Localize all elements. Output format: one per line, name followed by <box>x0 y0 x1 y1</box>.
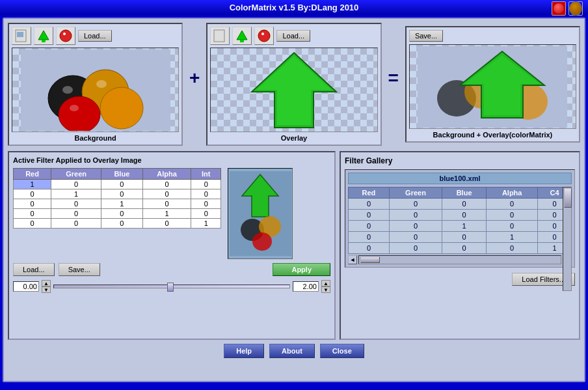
result-save-button[interactable]: Save... <box>409 30 443 42</box>
filter-cell[interactable]: 0 <box>191 180 221 189</box>
filter-load-button[interactable]: Load... <box>13 263 55 276</box>
spin-down-button-2[interactable]: ▼ <box>321 286 330 293</box>
close-button[interactable]: Close <box>320 344 364 358</box>
gallery-cell[interactable]: 0 <box>442 210 487 221</box>
hscroll-track[interactable] <box>358 255 561 264</box>
filter-apply-button[interactable]: Apply <box>273 263 330 276</box>
background-up-icon[interactable] <box>34 27 53 45</box>
gallery-cell[interactable]: 0 <box>487 199 538 210</box>
filter-matrix-table: Red Green Blue Alpha Int 100000100000100… <box>13 168 221 229</box>
filter-cell[interactable]: 0 <box>51 219 101 229</box>
filter-cell[interactable]: 1 <box>14 180 51 189</box>
filter-cell[interactable]: 0 <box>14 209 51 219</box>
minimize-icon <box>553 3 565 14</box>
gallery-cell[interactable]: 0 <box>349 232 390 243</box>
filter-save-button[interactable]: Save... <box>59 263 100 276</box>
background-delete-icon[interactable] <box>56 27 75 45</box>
gallery-panel: Filter Gallery blue100.xml Red Green Blu… <box>340 151 580 340</box>
gallery-cell[interactable]: 0 <box>389 199 442 210</box>
filter-cell[interactable]: 0 <box>14 189 51 199</box>
equals-operator: = <box>384 68 403 89</box>
file-icon-2 <box>213 29 227 42</box>
filter-cell[interactable]: 0 <box>14 199 51 209</box>
overlay-load-button[interactable]: Load... <box>276 30 310 42</box>
filter-cell[interactable]: 0 <box>101 180 142 189</box>
gallery-cell[interactable]: 0 <box>487 221 538 232</box>
overlay-delete-icon[interactable] <box>254 27 274 45</box>
overlay-up-icon[interactable] <box>232 27 252 45</box>
filter-cell[interactable]: 0 <box>142 219 191 229</box>
filter-cell[interactable]: 1 <box>101 199 142 209</box>
minimize-button[interactable] <box>552 1 566 16</box>
gallery-cell[interactable]: 0 <box>389 243 442 254</box>
hscroll-left-button[interactable]: ◄ <box>348 255 357 264</box>
gallery-cell[interactable]: 0 <box>349 243 390 254</box>
spin-up-button[interactable]: ▲ <box>42 280 51 286</box>
filter-cell[interactable]: 0 <box>101 209 142 219</box>
slider-max-input[interactable] <box>293 281 319 292</box>
filter-preview-area <box>228 168 293 259</box>
filter-cell[interactable]: 0 <box>191 209 221 219</box>
filter-cell[interactable]: 0 <box>142 180 191 189</box>
slider-track[interactable] <box>53 285 290 288</box>
spin-up-button-2[interactable]: ▲ <box>321 280 330 286</box>
help-button[interactable]: Help <box>224 344 264 358</box>
filter-cell[interactable]: 0 <box>191 199 221 209</box>
gallery-cell[interactable]: 0 <box>389 232 442 243</box>
gallery-cell[interactable]: 0 <box>349 221 390 232</box>
maximize-button[interactable] <box>568 1 583 16</box>
gallery-cell[interactable]: 0 <box>349 210 390 221</box>
slider-min-input[interactable] <box>13 281 39 292</box>
bottom-bar: Help About Close <box>8 344 580 358</box>
filter-buttons: Load... Save... Apply <box>13 263 330 276</box>
filter-cell[interactable]: 0 <box>51 199 101 209</box>
spin-down-button[interactable]: ▼ <box>42 286 51 293</box>
gallery-cell[interactable]: 1 <box>442 221 487 232</box>
col-blue: Blue <box>101 169 142 180</box>
filter-cell[interactable]: 1 <box>51 189 101 199</box>
gallery-cell[interactable]: 0 <box>442 199 487 210</box>
gallery-cell[interactable]: 0 <box>349 199 390 210</box>
slider-area: ▲ ▼ ▲ ▼ <box>13 280 330 293</box>
overlay-arrow-image <box>235 49 353 131</box>
gallery-scroll-thumb[interactable] <box>564 188 572 208</box>
col-alpha: Alpha <box>142 169 191 180</box>
slider-thumb[interactable] <box>167 283 174 292</box>
filter-cell[interactable]: 0 <box>51 209 101 219</box>
gallery-cell[interactable]: 1 <box>487 232 538 243</box>
filter-cell[interactable]: 0 <box>101 189 142 199</box>
filter-cell[interactable]: 0 <box>142 199 191 209</box>
svg-point-4 <box>60 30 72 42</box>
gallery-scrollbar[interactable] <box>563 187 572 291</box>
active-filter-panel: Active Filter Applied to Overlay Image R… <box>8 151 336 340</box>
filter-cell[interactable]: 0 <box>191 189 221 199</box>
gallery-cell[interactable]: 0 <box>389 210 442 221</box>
title-bar: ColorMatrix v1.5 By:DLang 2010 <box>0 0 588 15</box>
gallery-cell[interactable]: 0 <box>442 243 487 254</box>
filter-cell[interactable]: 0 <box>101 219 142 229</box>
background-image-icon[interactable] <box>12 27 31 45</box>
filter-cell[interactable]: 1 <box>142 209 191 219</box>
filter-cell[interactable]: 1 <box>191 219 221 229</box>
filter-cell[interactable]: 0 <box>14 219 51 229</box>
filter-cell[interactable]: 0 <box>142 189 191 199</box>
background-load-button[interactable]: Load... <box>78 30 112 42</box>
svg-rect-14 <box>214 30 224 42</box>
filter-preview-image <box>230 171 291 256</box>
hscroll-thumb[interactable] <box>360 257 380 263</box>
filter-matrix-wrapper: Red Green Blue Alpha Int 100000100000100… <box>13 168 221 232</box>
col-green: Green <box>51 169 101 180</box>
svg-marker-2 <box>38 31 49 40</box>
gallery-cell[interactable]: 0 <box>487 243 538 254</box>
gallery-inner: blue100.xml Red Green Blue Alpha C4 <box>345 169 575 268</box>
gallery-cell[interactable]: 0 <box>442 232 487 243</box>
filter-cell[interactable]: 0 <box>51 180 101 189</box>
gallery-cell[interactable]: 0 <box>389 221 442 232</box>
app-logo-icon <box>569 1 582 16</box>
gallery-cell[interactable]: 0 <box>487 210 538 221</box>
filter-panel-title: Active Filter Applied to Overlay Image <box>13 156 330 164</box>
about-button[interactable]: About <box>269 344 315 358</box>
svg-rect-3 <box>42 40 46 42</box>
overlay-image-icon[interactable] <box>210 27 230 45</box>
file-icon <box>14 29 29 42</box>
